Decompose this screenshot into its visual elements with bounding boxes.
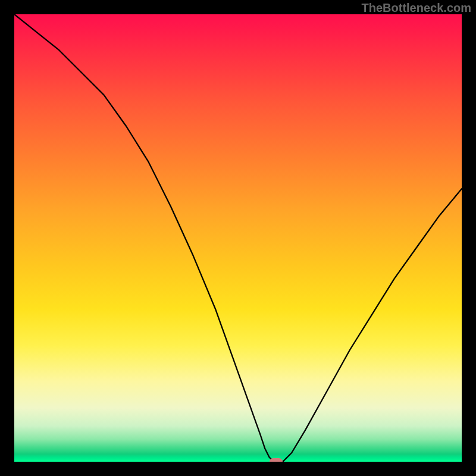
minimum-marker	[270, 458, 283, 462]
chart-frame: TheBottleneck.com	[0, 0, 476, 476]
plot-area	[14, 14, 462, 462]
curve-svg	[14, 14, 462, 462]
bottleneck-curve	[14, 14, 462, 462]
attribution-text: TheBottleneck.com	[362, 1, 471, 15]
